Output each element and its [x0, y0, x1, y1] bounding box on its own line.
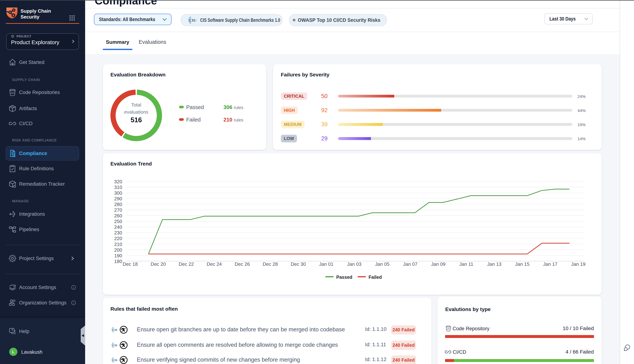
svg-text:270: 270 — [114, 207, 122, 213]
svg-text:Dec 28: Dec 28 — [263, 261, 278, 267]
svg-text:Dec 20: Dec 20 — [151, 261, 166, 267]
svg-text:310: 310 — [114, 184, 122, 190]
svg-text:CIS: CIS — [112, 344, 117, 347]
svg-text:320: 320 — [114, 179, 122, 184]
svg-text:Jan 19: Jan 19 — [571, 261, 585, 267]
svg-text:Jan 13: Jan 13 — [487, 261, 501, 267]
svg-text:Jan 07: Jan 07 — [403, 261, 417, 267]
svg-text:230: 230 — [114, 230, 122, 236]
svg-text:Dec 22: Dec 22 — [179, 261, 194, 267]
svg-text:180: 180 — [114, 258, 122, 264]
svg-text:260: 260 — [114, 213, 122, 218]
svg-text:Dec 18: Dec 18 — [123, 261, 138, 267]
svg-text:Jan 17: Jan 17 — [543, 261, 557, 267]
svg-text:Jan 01: Jan 01 — [319, 261, 333, 267]
svg-text:Jan 09: Jan 09 — [431, 261, 445, 267]
svg-text:CIS: CIS — [189, 18, 195, 22]
svg-text:Jan 05: Jan 05 — [375, 261, 390, 267]
svg-text:Jan 11: Jan 11 — [459, 261, 473, 267]
svg-text:190: 190 — [114, 253, 122, 258]
svg-text:280: 280 — [114, 202, 122, 207]
svg-text:300: 300 — [114, 190, 122, 196]
svg-text:Dec 24: Dec 24 — [207, 261, 222, 267]
svg-text:Passed: Passed — [336, 274, 353, 280]
svg-text:Jan 15: Jan 15 — [515, 261, 529, 267]
svg-text:Jan 03: Jan 03 — [347, 261, 361, 267]
svg-text:200: 200 — [114, 247, 122, 253]
svg-text:250: 250 — [114, 219, 122, 224]
svg-text:Dec 30: Dec 30 — [291, 261, 306, 267]
svg-text:290: 290 — [114, 196, 122, 202]
svg-text:240: 240 — [114, 224, 122, 230]
svg-text:CIS: CIS — [112, 358, 117, 362]
svg-text:220: 220 — [114, 236, 122, 241]
svg-text:Failed: Failed — [369, 274, 382, 280]
svg-text:CIS: CIS — [112, 328, 117, 332]
svg-text:Dec 26: Dec 26 — [235, 261, 250, 267]
svg-text:210: 210 — [114, 242, 122, 247]
